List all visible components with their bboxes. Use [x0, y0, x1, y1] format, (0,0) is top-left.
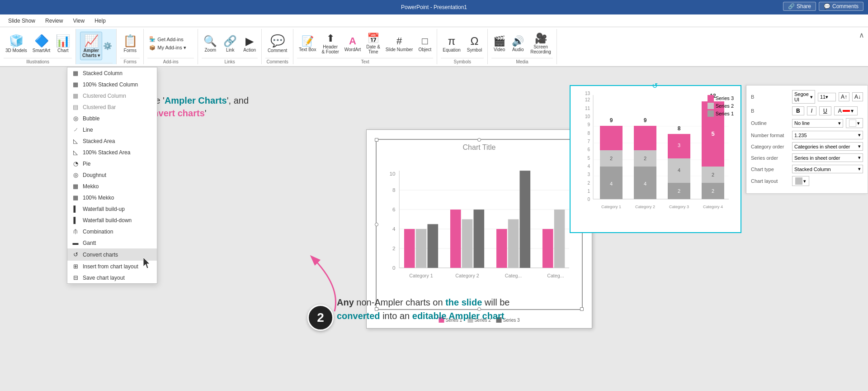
chart-btn[interactable]: 📊 Chart — [54, 32, 72, 55]
outline-color-btn[interactable]: ▾ — [846, 118, 863, 128]
object-btn[interactable]: □ Object — [416, 33, 433, 54]
get-addins-btn[interactable]: 🏪Get Add-ins — [147, 35, 194, 43]
underline-btn[interactable]: U — [819, 106, 831, 115]
handle-br[interactable] — [580, 307, 584, 311]
bold-btn[interactable]: B — [792, 106, 804, 115]
dropdown-item-insert-layout[interactable]: ⊞ Insert from chart layout — [67, 261, 157, 272]
number-format-select[interactable]: 1.235 ▾ — [792, 131, 863, 139]
wordart-btn[interactable]: A WordArt — [343, 33, 363, 54]
handle-tl[interactable] — [375, 138, 378, 142]
series-order-select[interactable]: Series in sheet order ▾ — [792, 153, 863, 162]
smartart-btn[interactable]: 🔷 SmartArt — [31, 32, 52, 55]
clustered-bar-icon: ▤ — [72, 104, 79, 110]
ampler-settings-btn[interactable]: ⚙️ — [103, 42, 112, 50]
my-addins-btn[interactable]: 📦My Add-ins ▾ — [147, 44, 194, 52]
share-button[interactable]: 🔗 Share — [783, 2, 816, 11]
insert-layout-icon: ⊞ — [72, 263, 79, 270]
screen-recording-btn[interactable]: 🎥 ScreenRecording — [528, 31, 553, 56]
svg-rect-54 — [600, 126, 623, 150]
svg-text:Categ...: Categ... — [547, 273, 564, 278]
100-stacked-area-icon: ◺ — [72, 149, 79, 156]
zoom-btn[interactable]: 🔍 Zoom — [202, 33, 219, 54]
comment-btn[interactable]: 💬 Comment — [266, 32, 289, 55]
tab-view[interactable]: View — [68, 16, 89, 26]
dropdown-item-100-mekko[interactable]: ▦ 100% Mekko — [67, 192, 157, 203]
font-size-decrease-btn[interactable]: A↓ — [852, 92, 863, 101]
dropdown-item-pie[interactable]: ◔ Pie — [67, 158, 157, 169]
textbox-btn[interactable]: 📝 Text Box — [297, 33, 318, 54]
dropdown-item-100-stacked-area[interactable]: ◺ 100% Stacked Area — [67, 147, 157, 158]
waterfall-builddown-icon: ▌ — [72, 217, 79, 224]
dropdown-item-combination[interactable]: ⫛ Combination — [67, 226, 157, 237]
svg-text:Categ...: Categ... — [505, 273, 522, 278]
dropdown-item-100-stacked-column[interactable]: ▦ 100% Stacked Column — [67, 79, 157, 90]
dropdown-item-clustered-bar[interactable]: ▤ Clustered Bar — [67, 101, 157, 113]
chart-layout-select[interactable]: ▾ — [792, 176, 809, 186]
font-color-btn[interactable]: A▾ — [834, 106, 858, 115]
action-btn[interactable]: ▶ Action — [241, 33, 258, 54]
svg-text:Category 1: Category 1 — [601, 205, 621, 209]
svg-text:Category 2: Category 2 — [455, 273, 479, 278]
pie-icon: ◔ — [72, 160, 79, 167]
svg-rect-19 — [496, 229, 507, 268]
dropdown-item-line[interactable]: ⟋ Line — [67, 124, 157, 135]
datetime-btn[interactable]: 📅 Date &Time — [364, 31, 382, 56]
svg-text:9: 9 — [610, 117, 613, 124]
svg-text:3: 3 — [678, 143, 680, 148]
svg-text:8: 8 — [678, 125, 681, 132]
audio-btn[interactable]: 🔊 Audio — [510, 33, 526, 54]
save-layout-icon: ⊟ — [72, 274, 79, 281]
font-select[interactable]: Segoe UI ▾ — [792, 90, 815, 104]
step2-text: Any non-Ampler charts on the slide will … — [337, 296, 554, 323]
tab-help[interactable]: Help — [90, 16, 110, 26]
number-format-label: Number format — [751, 133, 789, 138]
text-label: Text — [297, 58, 433, 64]
dropdown-item-gantt[interactable]: ▬ Gantt — [67, 237, 157, 248]
ampler-charts-btn[interactable]: 📈 Ampler Charts ▾ — [80, 32, 102, 60]
chart-type-select[interactable]: Stacked Column ▾ — [792, 165, 863, 173]
italic-btn[interactable]: I — [807, 106, 816, 115]
video-btn[interactable]: 🎬 Video — [491, 33, 507, 54]
3d-models-btn[interactable]: 🧊 3D Models — [4, 32, 29, 55]
svg-text:0: 0 — [587, 197, 590, 202]
category-order-select[interactable]: Categories in sheet order ▾ — [792, 142, 863, 151]
format-panel: B Segoe UI ▾ 11 ▾ A↑ A↓ B B I U A▾ Outli… — [746, 85, 868, 194]
collapse-ribbon-btn[interactable]: ∧ — [859, 31, 864, 39]
chart-type-label: Chart type — [751, 167, 789, 172]
stacked-chart-area: ↺ 0 1 2 3 4 5 6 7 8 9 10 11 12 13 — [570, 85, 741, 233]
symbol-btn[interactable]: Ω Symbol — [465, 33, 484, 54]
dropdown-item-stacked-area[interactable]: ◺ Stacked Area — [67, 135, 157, 147]
comments-group: 💬 Comment Comments — [262, 29, 293, 64]
link-btn[interactable]: 🔗 Link — [222, 33, 239, 54]
dropdown-item-clustered-column[interactable]: ▦ Clustered Column — [67, 90, 157, 101]
dropdown-item-bubble[interactable]: ◎ Bubble — [67, 113, 157, 124]
forms-btn[interactable]: 📋 Forms — [121, 32, 139, 55]
dropdown-item-convert-charts[interactable]: ↺ Convert charts — [67, 248, 157, 261]
tab-review[interactable]: Review — [41, 16, 67, 26]
comments-button[interactable]: 💬 Comments — [819, 2, 863, 11]
step2-circle: 2 — [307, 305, 334, 331]
dropdown-item-waterfall-builddown[interactable]: ▌ Waterfall build-down — [67, 215, 157, 226]
header-footer-btn[interactable]: ⬆ Header& Footer — [320, 31, 340, 56]
dropdown-item-doughnut[interactable]: ◎ Doughnut — [67, 169, 157, 181]
font-size-select[interactable]: 11 ▾ — [818, 93, 836, 101]
handle-ml[interactable] — [375, 223, 378, 226]
chart-title: Chart Title — [463, 143, 496, 152]
svg-text:6: 6 — [392, 206, 396, 213]
slide-number-btn[interactable]: # Slide Number — [384, 33, 415, 54]
share-icon: 🔗 — [788, 3, 795, 10]
equation-btn[interactable]: π Equation — [441, 33, 462, 54]
font-size-increase-btn[interactable]: A↑ — [839, 92, 849, 101]
waterfall-buildup-icon: ▌ — [72, 205, 79, 212]
outline-label: Outline — [751, 120, 789, 126]
svg-text:2: 2 — [610, 156, 613, 161]
svg-text:4: 4 — [587, 164, 590, 169]
dropdown-item-mekko[interactable]: ▦ Mekko — [67, 181, 157, 192]
tab-slideshow[interactable]: Slide Show — [4, 16, 40, 26]
dropdown-item-waterfall-buildup[interactable]: ▌ Waterfall build-up — [67, 203, 157, 215]
dropdown-item-save-layout[interactable]: ⊟ Save chart layout — [67, 272, 157, 283]
handle-tm[interactable] — [477, 138, 481, 142]
dropdown-item-stacked-column[interactable]: ▦ Stacked Column — [67, 67, 157, 79]
ampler-label — [80, 63, 113, 64]
outline-select[interactable]: No line ▾ — [792, 119, 843, 128]
